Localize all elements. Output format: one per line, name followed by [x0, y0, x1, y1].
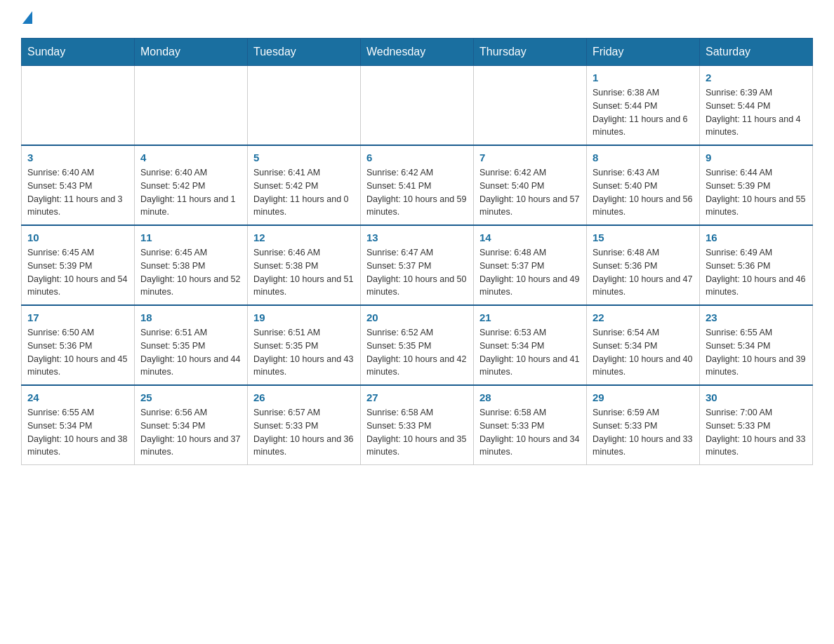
day-info: Sunrise: 6:59 AM Sunset: 5:33 PM Dayligh… — [593, 406, 694, 459]
calendar-week-row: 1Sunrise: 6:38 AM Sunset: 5:44 PM Daylig… — [22, 66, 813, 146]
day-number: 14 — [479, 232, 581, 243]
weekday-header-monday: Monday — [135, 39, 248, 66]
day-info: Sunrise: 6:45 AM Sunset: 5:38 PM Dayligh… — [140, 246, 241, 299]
calendar-cell: 14Sunrise: 6:48 AM Sunset: 5:37 PM Dayli… — [474, 225, 587, 305]
day-info: Sunrise: 6:53 AM Sunset: 5:34 PM Dayligh… — [479, 326, 581, 379]
day-info: Sunrise: 6:38 AM Sunset: 5:44 PM Dayligh… — [593, 86, 694, 139]
calendar-cell: 4Sunrise: 6:40 AM Sunset: 5:42 PM Daylig… — [135, 145, 248, 225]
weekday-header-sunday: Sunday — [22, 39, 135, 66]
day-info: Sunrise: 6:42 AM Sunset: 5:41 PM Dayligh… — [366, 166, 468, 219]
calendar-cell: 18Sunrise: 6:51 AM Sunset: 5:35 PM Dayli… — [135, 305, 248, 385]
day-info: Sunrise: 6:43 AM Sunset: 5:40 PM Dayligh… — [593, 166, 694, 219]
day-number: 18 — [140, 311, 241, 323]
day-number: 17 — [27, 311, 128, 323]
calendar-cell — [135, 66, 248, 146]
calendar-week-row: 10Sunrise: 6:45 AM Sunset: 5:39 PM Dayli… — [22, 225, 813, 305]
calendar-cell: 12Sunrise: 6:46 AM Sunset: 5:38 PM Dayli… — [248, 225, 361, 305]
calendar-cell: 20Sunrise: 6:52 AM Sunset: 5:35 PM Dayli… — [361, 305, 474, 385]
logo-triangle-icon — [22, 11, 32, 24]
day-number: 13 — [366, 232, 468, 243]
day-info: Sunrise: 6:45 AM Sunset: 5:39 PM Dayligh… — [27, 246, 128, 299]
weekday-header-saturday: Saturday — [700, 39, 813, 66]
calendar-cell: 24Sunrise: 6:55 AM Sunset: 5:34 PM Dayli… — [22, 385, 135, 465]
day-info: Sunrise: 6:57 AM Sunset: 5:33 PM Dayligh… — [253, 406, 355, 459]
weekday-header-friday: Friday — [587, 39, 700, 66]
day-info: Sunrise: 6:56 AM Sunset: 5:34 PM Dayligh… — [140, 406, 241, 459]
weekday-header-row: SundayMondayTuesdayWednesdayThursdayFrid… — [22, 39, 813, 66]
day-number: 11 — [140, 232, 241, 243]
day-number: 29 — [593, 391, 694, 403]
day-number: 10 — [27, 232, 128, 243]
calendar-cell: 21Sunrise: 6:53 AM Sunset: 5:34 PM Dayli… — [474, 305, 587, 385]
day-number: 20 — [366, 311, 468, 323]
day-info: Sunrise: 6:51 AM Sunset: 5:35 PM Dayligh… — [253, 326, 355, 379]
day-number: 9 — [706, 152, 807, 163]
calendar-cell: 8Sunrise: 6:43 AM Sunset: 5:40 PM Daylig… — [587, 145, 700, 225]
calendar-cell: 2Sunrise: 6:39 AM Sunset: 5:44 PM Daylig… — [700, 66, 813, 146]
day-info: Sunrise: 6:39 AM Sunset: 5:44 PM Dayligh… — [706, 86, 807, 139]
calendar-cell: 9Sunrise: 6:44 AM Sunset: 5:39 PM Daylig… — [700, 145, 813, 225]
calendar-cell: 13Sunrise: 6:47 AM Sunset: 5:37 PM Dayli… — [361, 225, 474, 305]
day-info: Sunrise: 6:46 AM Sunset: 5:38 PM Dayligh… — [253, 246, 355, 299]
day-number: 28 — [479, 391, 581, 403]
day-info: Sunrise: 6:54 AM Sunset: 5:34 PM Dayligh… — [593, 326, 694, 379]
calendar-cell: 30Sunrise: 7:00 AM Sunset: 5:33 PM Dayli… — [700, 385, 813, 465]
day-number: 16 — [706, 232, 807, 243]
day-number: 19 — [253, 311, 355, 323]
day-number: 26 — [253, 391, 355, 403]
calendar-cell: 1Sunrise: 6:38 AM Sunset: 5:44 PM Daylig… — [587, 66, 700, 146]
day-info: Sunrise: 6:41 AM Sunset: 5:42 PM Dayligh… — [253, 166, 355, 219]
day-number: 30 — [706, 391, 807, 403]
calendar-cell: 27Sunrise: 6:58 AM Sunset: 5:33 PM Dayli… — [361, 385, 474, 465]
day-number: 7 — [479, 152, 581, 163]
day-number: 27 — [366, 391, 468, 403]
calendar-cell: 16Sunrise: 6:49 AM Sunset: 5:36 PM Dayli… — [700, 225, 813, 305]
calendar-cell: 6Sunrise: 6:42 AM Sunset: 5:41 PM Daylig… — [361, 145, 474, 225]
day-info: Sunrise: 7:00 AM Sunset: 5:33 PM Dayligh… — [706, 406, 807, 459]
calendar-cell — [474, 66, 587, 146]
weekday-header-wednesday: Wednesday — [361, 39, 474, 66]
day-number: 21 — [479, 311, 581, 323]
day-number: 1 — [593, 72, 694, 83]
day-number: 24 — [27, 391, 128, 403]
weekday-header-thursday: Thursday — [474, 39, 587, 66]
day-info: Sunrise: 6:50 AM Sunset: 5:36 PM Dayligh… — [27, 326, 128, 379]
calendar-cell: 11Sunrise: 6:45 AM Sunset: 5:38 PM Dayli… — [135, 225, 248, 305]
day-number: 6 — [366, 152, 468, 163]
calendar-cell: 28Sunrise: 6:58 AM Sunset: 5:33 PM Dayli… — [474, 385, 587, 465]
day-info: Sunrise: 6:58 AM Sunset: 5:33 PM Dayligh… — [479, 406, 581, 459]
calendar-cell: 25Sunrise: 6:56 AM Sunset: 5:34 PM Dayli… — [135, 385, 248, 465]
day-info: Sunrise: 6:48 AM Sunset: 5:36 PM Dayligh… — [593, 246, 694, 299]
day-number: 23 — [706, 311, 807, 323]
day-info: Sunrise: 6:55 AM Sunset: 5:34 PM Dayligh… — [706, 326, 807, 379]
day-info: Sunrise: 6:40 AM Sunset: 5:43 PM Dayligh… — [27, 166, 128, 219]
day-info: Sunrise: 6:52 AM Sunset: 5:35 PM Dayligh… — [366, 326, 468, 379]
calendar-cell — [248, 66, 361, 146]
calendar-week-row: 17Sunrise: 6:50 AM Sunset: 5:36 PM Dayli… — [22, 305, 813, 385]
day-info: Sunrise: 6:44 AM Sunset: 5:39 PM Dayligh… — [706, 166, 807, 219]
logo — [21, 14, 32, 24]
day-info: Sunrise: 6:51 AM Sunset: 5:35 PM Dayligh… — [140, 326, 241, 379]
day-number: 5 — [253, 152, 355, 163]
calendar-week-row: 3Sunrise: 6:40 AM Sunset: 5:43 PM Daylig… — [22, 145, 813, 225]
calendar-cell: 29Sunrise: 6:59 AM Sunset: 5:33 PM Dayli… — [587, 385, 700, 465]
calendar-table: SundayMondayTuesdayWednesdayThursdayFrid… — [21, 38, 813, 465]
day-number: 25 — [140, 391, 241, 403]
day-number: 22 — [593, 311, 694, 323]
weekday-header-tuesday: Tuesday — [248, 39, 361, 66]
calendar-cell: 5Sunrise: 6:41 AM Sunset: 5:42 PM Daylig… — [248, 145, 361, 225]
day-info: Sunrise: 6:40 AM Sunset: 5:42 PM Dayligh… — [140, 166, 241, 219]
day-number: 2 — [706, 72, 807, 83]
calendar-cell: 7Sunrise: 6:42 AM Sunset: 5:40 PM Daylig… — [474, 145, 587, 225]
day-number: 12 — [253, 232, 355, 243]
day-info: Sunrise: 6:42 AM Sunset: 5:40 PM Dayligh… — [479, 166, 581, 219]
day-info: Sunrise: 6:49 AM Sunset: 5:36 PM Dayligh… — [706, 246, 807, 299]
calendar-cell: 23Sunrise: 6:55 AM Sunset: 5:34 PM Dayli… — [700, 305, 813, 385]
calendar-cell: 17Sunrise: 6:50 AM Sunset: 5:36 PM Dayli… — [22, 305, 135, 385]
calendar-cell: 15Sunrise: 6:48 AM Sunset: 5:36 PM Dayli… — [587, 225, 700, 305]
day-number: 4 — [140, 152, 241, 163]
calendar-cell: 22Sunrise: 6:54 AM Sunset: 5:34 PM Dayli… — [587, 305, 700, 385]
day-info: Sunrise: 6:58 AM Sunset: 5:33 PM Dayligh… — [366, 406, 468, 459]
day-number: 3 — [27, 152, 128, 163]
calendar-cell: 19Sunrise: 6:51 AM Sunset: 5:35 PM Dayli… — [248, 305, 361, 385]
